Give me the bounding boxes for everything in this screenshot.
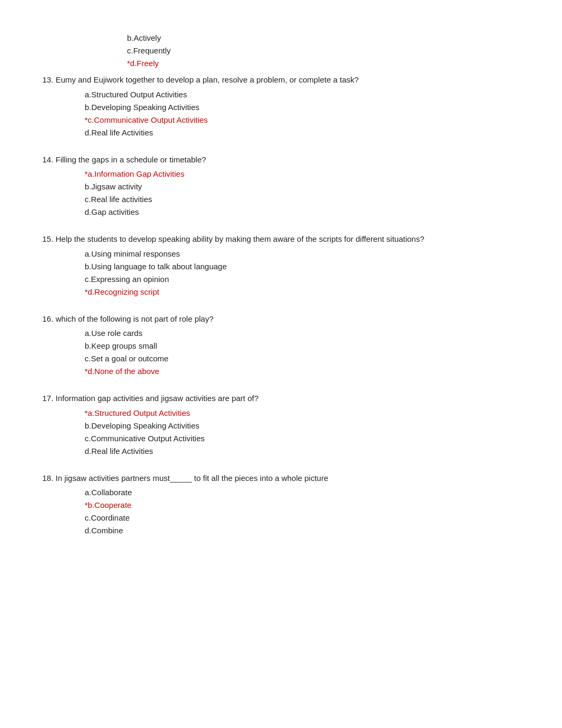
option-q18-3: d.Combine	[85, 524, 520, 537]
option-q18-0: a.Collaborate	[85, 486, 520, 499]
options-list-18: a.Collaborate*b.Cooperatec.Coordinated.C…	[85, 486, 520, 537]
option-q13-3: d.Real life Activities	[85, 126, 520, 139]
option-q18-2: c.Coordinate	[85, 512, 520, 524]
question-16: 16. which of the following is not part o…	[42, 313, 520, 378]
option-q14-3: d.Gap activities	[85, 206, 520, 219]
option-top-d: *d.Freely	[127, 57, 520, 70]
option-q15-2: c.Expressing an opinion	[85, 273, 520, 286]
option-q16-1: b.Keep groups small	[85, 340, 520, 352]
options-list-15: a.Using minimal responsesb.Using languag…	[85, 248, 520, 298]
question-15: 15. Help the students to develop speakin…	[42, 233, 520, 298]
question-13: 13. Eumy and Eujiwork together to develo…	[42, 74, 520, 139]
option-q15-3: *d.Recognizing script	[85, 286, 520, 298]
option-q17-0: *a.Structured Output Activities	[85, 407, 520, 420]
option-q17-2: c.Communicative Output Activities	[85, 432, 520, 445]
option-top-b: b.Actively	[127, 32, 520, 44]
option-q14-1: b.Jigsaw activity	[85, 180, 520, 193]
option-q14-2: c.Real life activities	[85, 193, 520, 206]
question-14: 14. Filling the gaps in a schedule or ti…	[42, 154, 520, 219]
question-18: 18. In jigsaw activities partners must__…	[42, 472, 520, 538]
option-q14-0: *a.Information Gap Activities	[85, 168, 520, 180]
options-list-13: a.Structured Output Activitiesb.Developi…	[85, 88, 520, 139]
question-text-17: 17. Information gap activities and jigsa…	[42, 393, 520, 405]
option-q18-1: *b.Cooperate	[85, 499, 520, 512]
options-list-16: a.Use role cardsb.Keep groups smallc.Set…	[85, 327, 520, 378]
question-text-14: 14. Filling the gaps in a schedule or ti…	[42, 154, 520, 166]
option-q17-3: d.Real life Activities	[85, 445, 520, 458]
option-q17-1: b.Developing Speaking Activities	[85, 420, 520, 432]
option-q16-3: *d.None of the above	[85, 365, 520, 378]
option-q13-0: a.Structured Output Activities	[85, 88, 520, 101]
question-text-16: 16. which of the following is not part o…	[42, 313, 520, 325]
option-q16-0: a.Use role cards	[85, 327, 520, 340]
question-17: 17. Information gap activities and jigsa…	[42, 393, 520, 458]
options-list-14: *a.Information Gap Activitiesb.Jigsaw ac…	[85, 168, 520, 219]
question-text-18: 18. In jigsaw activities partners must__…	[42, 472, 520, 485]
question-text-15: 15. Help the students to develop speakin…	[42, 233, 520, 245]
option-q13-2: *c.Communicative Output Activities	[85, 114, 520, 126]
option-q15-0: a.Using minimal responses	[85, 248, 520, 260]
option-top-c: c.Frequently	[127, 44, 520, 57]
top-options-continuation: b.Activelyc.Frequently*d.Freely	[127, 32, 520, 70]
options-list-17: *a.Structured Output Activitiesb.Develop…	[85, 407, 520, 458]
question-text-13: 13. Eumy and Eujiwork together to develo…	[42, 74, 520, 86]
option-q13-1: b.Developing Speaking Activities	[85, 101, 520, 114]
option-q15-1: b.Using language to talk about language	[85, 260, 520, 273]
option-q16-2: c.Set a goal or outcome	[85, 352, 520, 365]
